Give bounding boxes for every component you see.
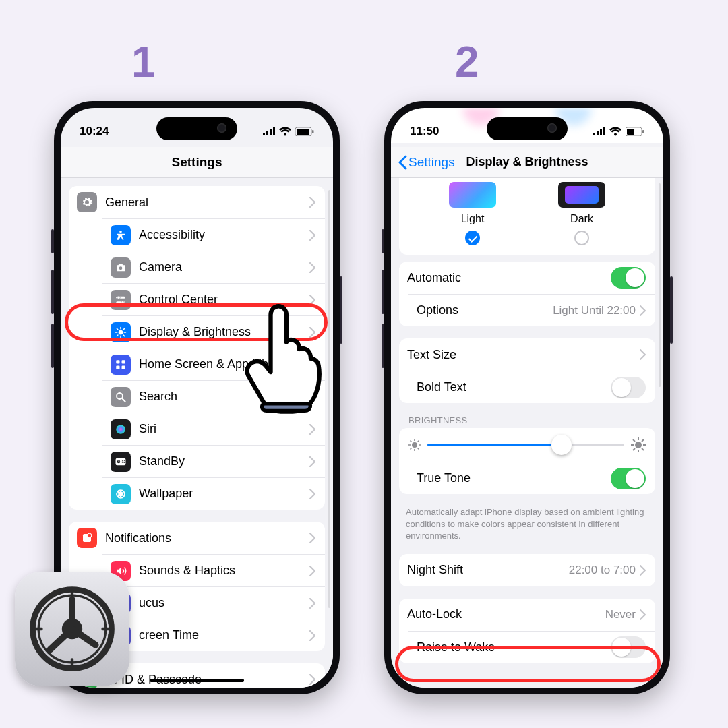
text-size-row[interactable]: Text Size	[399, 338, 655, 371]
chevron-left-icon	[398, 155, 407, 170]
svg-point-3	[119, 230, 122, 233]
chevron-right-icon	[640, 609, 646, 620]
svg-line-61	[642, 448, 644, 450]
settings-row-notif[interactable]: Notifications	[69, 522, 325, 554]
dynamic-island	[156, 117, 237, 140]
raise-to-wake-toggle[interactable]	[611, 636, 646, 658]
appearance-section: Light Dark	[399, 178, 655, 255]
automatic-row[interactable]: Automatic	[399, 262, 655, 294]
bold-text-toggle[interactable]	[611, 377, 646, 398]
brightness-slider-row[interactable]	[399, 428, 655, 462]
wifi-icon	[609, 127, 621, 136]
settings-row-access[interactable]: Accessibility	[102, 218, 325, 251]
appearance-light-option[interactable]: Light	[449, 182, 496, 245]
svg-line-54	[411, 448, 412, 450]
svg-line-94	[53, 595, 54, 597]
settings-row-camera[interactable]: Camera	[102, 251, 325, 283]
wifi-icon	[279, 127, 291, 136]
svg-line-75	[96, 657, 98, 659]
chevron-right-icon	[640, 565, 646, 576]
brightness-slider[interactable]	[427, 444, 624, 446]
svg-line-62	[642, 439, 644, 442]
svg-line-98	[78, 590, 79, 593]
true-tone-description: Automatically adapt iPhone display based…	[406, 506, 648, 542]
svg-line-80	[65, 665, 66, 667]
row-label: ucus	[139, 596, 309, 610]
back-button[interactable]: Settings	[398, 155, 455, 170]
automatic-toggle[interactable]	[611, 267, 646, 289]
svg-line-82	[53, 661, 54, 663]
row-label: Camera	[139, 260, 309, 274]
svg-line-71	[108, 635, 111, 636]
svg-rect-19	[122, 360, 125, 363]
sun-low-icon	[408, 439, 421, 451]
svg-line-73	[104, 647, 107, 648]
options-row[interactable]: Options Light Until 22:00	[408, 294, 655, 326]
status-time: 10:24	[80, 117, 109, 138]
bright-icon	[111, 322, 131, 342]
svg-rect-2	[312, 130, 314, 133]
brightness-header: BRIGHTNESS	[408, 415, 646, 425]
svg-point-55	[635, 442, 642, 448]
svg-line-53	[418, 441, 419, 442]
svg-line-52	[418, 448, 419, 450]
settings-row-gear[interactable]: General	[69, 186, 325, 218]
appearance-dark-option[interactable]: Dark	[558, 182, 605, 245]
svg-rect-20	[116, 365, 119, 369]
chevron-right-icon	[640, 305, 646, 316]
svg-line-87	[33, 635, 36, 636]
dynamic-island	[487, 117, 568, 140]
true-tone-row[interactable]: True Tone	[408, 462, 655, 494]
chevron-right-icon	[309, 262, 315, 273]
true-tone-toggle[interactable]	[611, 468, 646, 489]
home-indicator[interactable]	[480, 679, 574, 682]
row-label: General	[105, 195, 309, 210]
row-label: Wallpaper	[139, 487, 309, 501]
standby-icon: 12	[111, 452, 131, 472]
svg-point-8	[121, 301, 125, 304]
svg-line-14	[117, 328, 118, 330]
chevron-right-icon	[309, 456, 315, 467]
svg-line-81	[59, 663, 59, 666]
svg-line-96	[65, 590, 66, 593]
settings-row-standby[interactable]: 12StandBy	[102, 445, 325, 477]
radio-on-icon[interactable]	[465, 231, 480, 245]
cc-icon	[111, 290, 131, 310]
raise-to-wake-row[interactable]: Raise to Wake	[408, 631, 655, 663]
svg-text:12: 12	[122, 460, 126, 464]
chevron-right-icon	[309, 533, 315, 543]
svg-rect-45	[642, 130, 644, 133]
radio-off-icon[interactable]	[574, 231, 589, 245]
home-indicator[interactable]	[150, 679, 244, 682]
auto-lock-row[interactable]: Auto-Lock Never	[399, 599, 655, 631]
settings-row-wall[interactable]: Wallpaper	[102, 477, 325, 510]
svg-line-76	[90, 661, 92, 663]
night-shift-row[interactable]: Night Shift 22:00 to 7:00	[399, 554, 655, 586]
svg-point-36	[88, 533, 92, 537]
battery-icon	[295, 127, 314, 136]
settings-row-time[interactable]: creen Time	[102, 619, 325, 651]
svg-line-101	[96, 599, 98, 601]
svg-line-95	[59, 592, 59, 595]
settings-row-focus[interactable]: ucus	[102, 586, 325, 619]
chevron-right-icon	[309, 674, 315, 685]
row-label: Accessibility	[139, 228, 309, 242]
scrollbar[interactable]	[659, 183, 661, 387]
svg-line-100	[90, 595, 92, 597]
row-label: creen Time	[139, 628, 309, 642]
svg-rect-1	[297, 129, 309, 135]
chevron-right-icon	[309, 566, 315, 576]
settings-row-sound[interactable]: Sounds & Haptics	[102, 554, 325, 586]
chevron-right-icon	[640, 349, 646, 360]
nav-title: Settings	[61, 147, 333, 178]
chevron-right-icon	[309, 230, 315, 241]
svg-line-99	[85, 592, 86, 595]
step-2-label: 2	[455, 37, 479, 87]
svg-line-78	[78, 665, 79, 667]
svg-line-84	[42, 653, 44, 655]
settings-app-icon	[15, 572, 129, 686]
svg-point-46	[412, 442, 417, 448]
svg-line-86	[35, 642, 38, 642]
svg-line-60	[633, 439, 635, 442]
bold-text-row[interactable]: Bold Text	[408, 371, 655, 403]
